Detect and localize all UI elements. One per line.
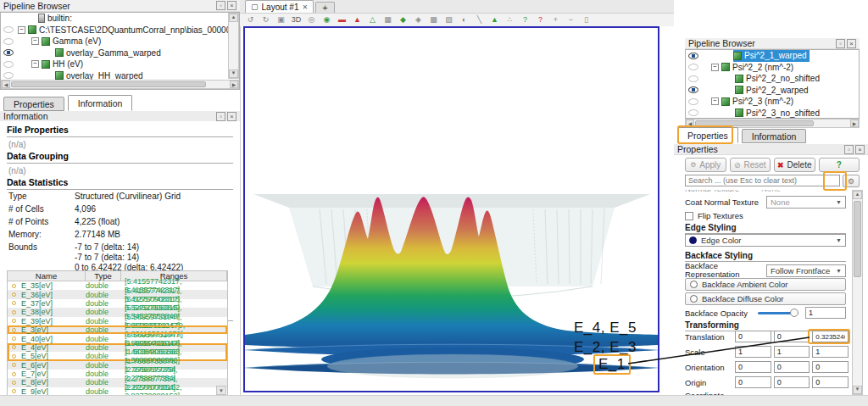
toolbar-icon[interactable]: ▣ xyxy=(274,14,288,25)
help-button[interactable]: ? xyxy=(819,158,860,172)
backface-opacity-input[interactable] xyxy=(805,307,846,319)
expander-icon[interactable]: − xyxy=(31,60,39,68)
toolbar-icon[interactable]: ◈ xyxy=(411,14,426,25)
flip-textures-checkbox[interactable] xyxy=(685,212,693,220)
add-layout-tab[interactable]: + xyxy=(315,2,334,13)
tab-properties-left[interactable]: Properties xyxy=(3,97,64,111)
toolbar-icon[interactable]: + xyxy=(548,14,563,25)
pipeline-item[interactable]: − Psi^2_1_warped xyxy=(686,50,859,62)
orientation-z-input[interactable] xyxy=(812,361,849,373)
toolbar-icon[interactable]: − xyxy=(564,14,578,25)
pipeline-item[interactable]: − overlay_Gamma_warped xyxy=(1,47,239,59)
backface-diffuse-color-button[interactable]: Backface Diffuse Color xyxy=(685,292,846,305)
scale-x-input[interactable] xyxy=(735,346,771,358)
backface-ambient-color-button[interactable]: Backface Ambient Color xyxy=(685,278,846,291)
visibility-eye-icon[interactable] xyxy=(688,64,698,70)
close-icon[interactable]: × xyxy=(227,112,236,121)
translation-x-input[interactable] xyxy=(735,331,771,342)
pipeline-item[interactable]: − Gamma (eV) xyxy=(1,36,239,47)
flip-textures-row[interactable]: Flip Textures xyxy=(685,211,846,220)
layout-tab[interactable]: ▢ Layout #1 ✕ xyxy=(245,0,314,13)
orientation-y-input[interactable] xyxy=(774,361,810,373)
translation-z-input[interactable] xyxy=(812,331,849,342)
visibility-eye-icon[interactable] xyxy=(3,38,14,45)
visibility-eye-icon[interactable] xyxy=(688,53,698,59)
pipeline-item[interactable]: − C:\TESTCASE\2DQuantumCorral_nnp\bias_0… xyxy=(1,25,239,36)
visibility-eye-icon[interactable] xyxy=(688,98,698,105)
toolbar-icon[interactable]: ▦ xyxy=(381,14,395,25)
apply-button[interactable]: ⚙Apply xyxy=(685,158,726,172)
array-point-data-icon xyxy=(12,345,16,349)
pipeline-item[interactable]: − Psi^2_2 (nm^-2) xyxy=(686,62,859,74)
visibility-eye-icon[interactable] xyxy=(3,26,14,33)
scale-y-input[interactable] xyxy=(774,346,810,358)
toolbar-icon[interactable]: △ xyxy=(365,14,380,25)
coat-normal-texture-select[interactable]: None▼ xyxy=(766,196,846,209)
toolbar-icon[interactable]: 3D xyxy=(289,14,303,25)
expander-icon[interactable]: − xyxy=(18,26,25,34)
reset-button[interactable]: ⊘Reset xyxy=(730,158,771,172)
visibility-eye-icon[interactable] xyxy=(3,49,14,56)
search-input[interactable] xyxy=(685,175,840,186)
close-icon[interactable]: × xyxy=(855,145,865,154)
undock-icon[interactable]: ▫ xyxy=(836,39,845,48)
pipeline-item[interactable]: − builtin: xyxy=(1,13,239,25)
expander-icon[interactable]: − xyxy=(31,37,39,45)
tab-information-left[interactable]: Information xyxy=(68,95,133,111)
translation-y-input[interactable] xyxy=(774,331,810,342)
toolbar-icon[interactable]: ↻ xyxy=(259,14,273,25)
toolbar-icon[interactable]: ▧ xyxy=(442,14,456,25)
close-icon[interactable]: × xyxy=(847,39,856,48)
scale-z-input[interactable] xyxy=(812,346,849,358)
pipeline-item[interactable]: − Psi^2_3 (nm^-2) xyxy=(686,96,859,108)
toolbar-icon[interactable]: ▲ xyxy=(487,14,502,25)
left-tree-hscrollbar[interactable]: ◀ ▶ xyxy=(1,80,239,89)
toolbar-icon[interactable]: ◆ xyxy=(396,14,410,25)
backface-opacity-slider[interactable] xyxy=(758,308,802,318)
close-icon[interactable]: × xyxy=(227,1,236,10)
toolbar-icon[interactable]: ∴ xyxy=(503,14,517,25)
tab-information-right[interactable]: Information xyxy=(742,129,807,143)
left-tree-vscrollbar[interactable]: ▲ ▼ xyxy=(228,13,239,79)
pipeline-item[interactable]: − Psi^2_2_no_shifted xyxy=(686,73,859,85)
undock-icon[interactable]: ▫ xyxy=(216,112,225,121)
undock-icon[interactable]: ▫ xyxy=(844,145,854,154)
toolbar-icon[interactable]: ▬ xyxy=(335,14,349,25)
visibility-eye-icon[interactable] xyxy=(3,72,14,79)
panel-divider[interactable] xyxy=(240,0,241,395)
toolbar-icon[interactable]: ◉ xyxy=(320,14,334,25)
toolbar-icon[interactable]: ▯ xyxy=(579,14,593,25)
visibility-eye-icon[interactable] xyxy=(3,61,14,68)
toolbar-icon[interactable]: ? xyxy=(533,14,548,25)
origin-x-input[interactable] xyxy=(735,376,771,388)
close-tab-icon[interactable]: ✕ xyxy=(302,3,308,11)
pipeline-item[interactable]: − Psi^2_3_no_shifted xyxy=(686,108,859,120)
toolbar-icon[interactable]: ↺ xyxy=(243,14,258,25)
undock-icon[interactable]: ▫ xyxy=(216,1,225,10)
pipeline-item[interactable]: − HH (eV) xyxy=(1,58,239,70)
properties-vscrollbar[interactable]: ▲ ▼ xyxy=(852,190,863,395)
visibility-eye-icon[interactable] xyxy=(688,109,698,116)
slider-thumb[interactable] xyxy=(790,309,798,317)
toolbar-icon[interactable]: ▲ xyxy=(350,14,364,25)
toolbar-icon[interactable]: ◎ xyxy=(304,14,319,25)
toolbar-icon[interactable]: ◐ xyxy=(457,14,471,25)
pipeline-item[interactable]: − Psi^2_2_warped xyxy=(686,85,859,97)
origin-z-input[interactable] xyxy=(812,376,849,388)
expander-icon[interactable]: − xyxy=(711,64,719,71)
orientation-x-input[interactable] xyxy=(735,361,771,373)
render-view[interactable]: E_4, E_5 E_2, E_3 E_1 xyxy=(243,26,659,392)
origin-y-input[interactable] xyxy=(774,376,810,388)
backface-representation-select[interactable]: Follow Frontface▼ xyxy=(766,264,846,277)
toolbar-icon[interactable]: ▩ xyxy=(426,14,441,25)
tab-properties-right[interactable]: Properties xyxy=(677,127,738,143)
expander-icon[interactable]: − xyxy=(711,97,719,105)
visibility-eye-icon[interactable] xyxy=(688,86,698,93)
delete-button[interactable]: ✖Delete xyxy=(774,158,815,172)
toolbar-icon[interactable]: ╲ xyxy=(472,14,487,25)
table-scroll-down-icon[interactable]: ▼ xyxy=(216,386,226,395)
edge-color-select[interactable]: Edge Color▼ xyxy=(685,234,846,247)
toolbar-icon[interactable]: ? xyxy=(518,14,532,25)
visibility-eye-icon[interactable] xyxy=(688,75,698,82)
settings-gear-button[interactable]: ⚙ xyxy=(843,175,860,187)
